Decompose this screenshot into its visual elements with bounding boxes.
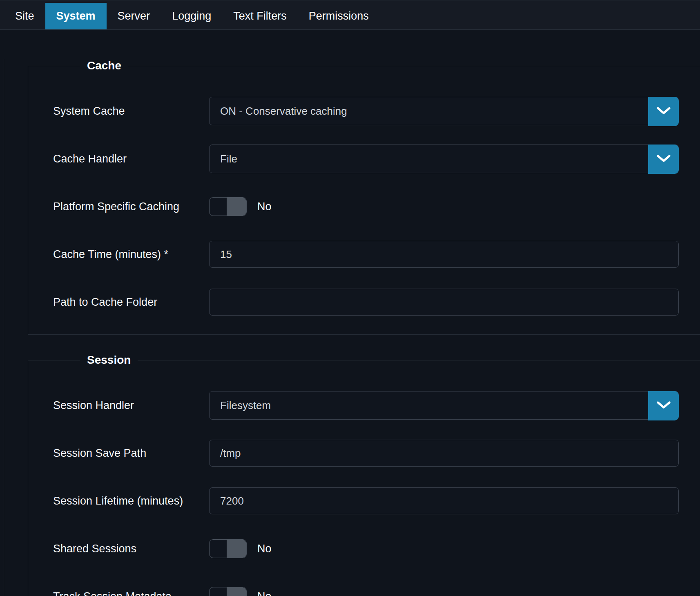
form-row: Cache Handler File [53,145,700,173]
chevron-down-icon [657,105,671,118]
form-row: System Cache ON - Conservative caching [53,97,700,125]
toggle-knob [227,198,246,216]
cache-time-label: Cache Time (minutes) * [53,248,209,261]
track-session-metadata-toggle[interactable] [209,587,247,596]
system-cache-select[interactable]: ON - Conservative caching [209,97,679,125]
session-lifetime-input[interactable] [209,487,679,514]
shared-sessions-label: Shared Sessions [53,542,209,555]
system-cache-selected-value: ON - Conservative caching [220,105,347,118]
settings-tab-bar: Site System Server Logging Text Filters … [0,0,700,30]
session-handler-dropdown-button[interactable] [648,391,679,420]
chevron-down-icon [657,153,671,166]
shared-sessions-state: No [257,543,272,555]
cache-handler-select[interactable]: File [209,145,679,173]
toggle-knob [227,540,246,558]
session-save-path-input[interactable] [209,440,679,467]
form-row: Platform Specific Caching No [53,192,700,221]
path-to-cache-folder-label: Path to Cache Folder [53,296,209,309]
form-row: Session Handler Filesystem [53,391,700,420]
platform-specific-caching-label: Platform Specific Caching [53,200,209,213]
form-row: Shared Sessions No [53,534,700,563]
session-handler-selected-value: Filesystem [220,399,271,412]
toggle-knob [227,587,246,596]
form-row: Session Lifetime (minutes) [53,487,700,515]
session-handler-label: Session Handler [53,399,209,412]
cache-handler-dropdown-button[interactable] [648,145,679,174]
system-cache-dropdown-button[interactable] [648,97,679,126]
tab-text-filters[interactable]: Text Filters [222,3,298,29]
system-settings-panel: Cache System Cache ON - Conservative cac… [4,59,700,596]
form-row: Path to Cache Folder [53,288,700,316]
tab-site[interactable]: Site [4,3,45,29]
session-section-legend: Session [80,354,138,367]
form-row: Track Session Metadata No [53,582,700,596]
track-session-metadata-state: No [257,590,272,596]
session-lifetime-label: Session Lifetime (minutes) [53,494,209,507]
shared-sessions-toggle[interactable] [209,539,247,558]
system-cache-label: System Cache [53,105,209,118]
cache-handler-label: Cache Handler [53,152,209,165]
chevron-down-icon [657,400,671,412]
cache-handler-selected-value: File [220,153,237,165]
session-save-path-label: Session Save Path [53,447,209,460]
platform-specific-caching-state: No [257,200,272,213]
tab-system[interactable]: System [45,3,107,29]
form-row: Session Save Path [53,439,700,467]
session-section: Session Session Handler Filesystem Sessi… [28,354,700,596]
path-to-cache-folder-input[interactable] [209,289,679,316]
cache-section: Cache System Cache ON - Conservative cac… [28,59,700,335]
platform-specific-caching-toggle[interactable] [209,197,247,216]
tab-logging[interactable]: Logging [161,3,222,29]
form-row: Cache Time (minutes) * [53,240,700,269]
tab-permissions[interactable]: Permissions [298,3,380,29]
cache-section-legend: Cache [80,59,128,72]
cache-time-input[interactable] [209,241,679,268]
tab-server[interactable]: Server [107,3,161,29]
session-handler-select[interactable]: Filesystem [209,391,679,420]
track-session-metadata-label: Track Session Metadata [53,590,209,596]
